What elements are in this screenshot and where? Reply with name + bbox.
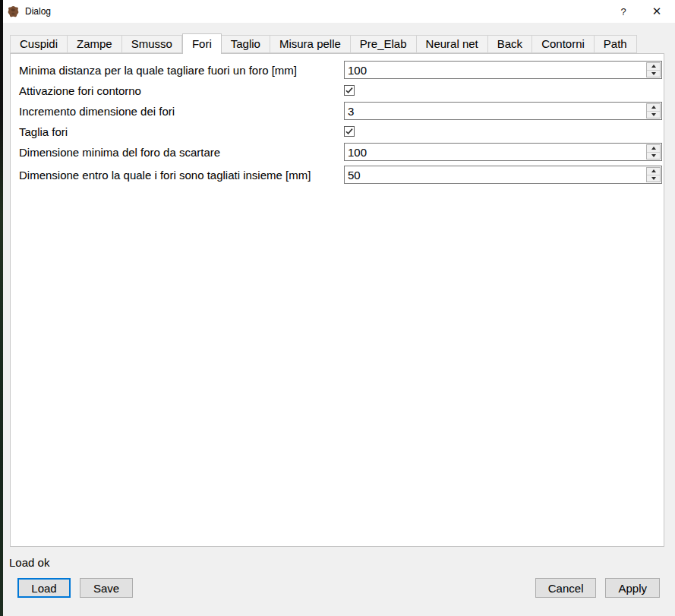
form-label: Dimensione entro la quale i fori sono ta… bbox=[19, 169, 341, 182]
fori-form: Minima distanza per la quale tagliare fu… bbox=[19, 61, 658, 184]
tab-fori[interactable]: Fori bbox=[182, 33, 222, 54]
checkbox-checked[interactable] bbox=[344, 126, 355, 137]
window-title: Dialog bbox=[25, 6, 51, 17]
spinbox-input[interactable] bbox=[345, 166, 645, 183]
form-label: Dimensione minima del foro da scartare bbox=[19, 146, 341, 159]
status-text: Load ok bbox=[9, 556, 675, 569]
tab-path[interactable]: Path bbox=[595, 35, 637, 53]
spin-buttons bbox=[646, 103, 661, 118]
tab-pre-elab[interactable]: Pre_Elab bbox=[351, 35, 417, 53]
dialog-window: Dialog ? ✕ CuspidiZampeSmussoForiTaglioM… bbox=[3, 0, 675, 616]
tab-smusso[interactable]: Smusso bbox=[122, 35, 182, 53]
spin-down-icon[interactable] bbox=[647, 153, 660, 160]
form-field bbox=[344, 143, 662, 161]
tab-zampe[interactable]: Zampe bbox=[68, 35, 122, 53]
form-field bbox=[344, 125, 662, 138]
spin-up-icon[interactable] bbox=[647, 168, 660, 175]
form-label: Incremento dimensione dei fori bbox=[19, 105, 341, 118]
close-button[interactable]: ✕ bbox=[640, 0, 673, 23]
tab-contorni[interactable]: Contorni bbox=[532, 35, 595, 53]
tab-neural-net[interactable]: Neural net bbox=[417, 35, 488, 53]
tab-taglio[interactable]: Taglio bbox=[222, 35, 270, 53]
cancel-button[interactable]: Cancel bbox=[535, 578, 597, 598]
tab-bar: CuspidiZampeSmussoForiTaglioMisura pelle… bbox=[10, 33, 664, 53]
form-field bbox=[344, 84, 662, 97]
titlebar[interactable]: Dialog ? ✕ bbox=[3, 0, 675, 23]
form-label: Attivazione fori contorno bbox=[19, 84, 341, 97]
spinbox-input[interactable] bbox=[345, 144, 645, 160]
desktop-edge bbox=[0, 0, 3, 616]
checkbox-checked[interactable] bbox=[344, 85, 355, 96]
spin-down-icon[interactable] bbox=[647, 112, 660, 118]
spin-down-icon[interactable] bbox=[647, 175, 660, 182]
spinbox[interactable] bbox=[344, 143, 662, 161]
form-label: Minima distanza per la quale tagliare fu… bbox=[19, 64, 341, 77]
footer-button-row: Load Save Cancel Apply bbox=[17, 578, 660, 598]
help-button[interactable]: ? bbox=[607, 0, 640, 23]
spinbox[interactable] bbox=[344, 102, 662, 120]
spin-up-icon[interactable] bbox=[647, 104, 660, 112]
form-field bbox=[344, 102, 662, 120]
spinbox-input[interactable] bbox=[345, 103, 645, 119]
load-button[interactable]: Load bbox=[17, 578, 71, 598]
form-field bbox=[344, 166, 662, 184]
spin-buttons bbox=[646, 167, 661, 182]
tab-back[interactable]: Back bbox=[488, 35, 532, 53]
leather-hide-icon bbox=[7, 5, 20, 18]
spin-up-icon[interactable] bbox=[647, 145, 660, 153]
spin-buttons bbox=[646, 62, 661, 77]
tab-misura-pelle[interactable]: Misura pelle bbox=[270, 35, 351, 53]
spin-up-icon[interactable] bbox=[647, 63, 660, 71]
apply-button[interactable]: Apply bbox=[605, 578, 660, 598]
spinbox[interactable] bbox=[344, 61, 662, 79]
form-label: Taglia fori bbox=[19, 125, 341, 138]
spinbox[interactable] bbox=[344, 166, 662, 184]
tab-cuspidi[interactable]: Cuspidi bbox=[10, 35, 68, 53]
save-button[interactable]: Save bbox=[80, 578, 133, 598]
spin-down-icon[interactable] bbox=[647, 71, 660, 77]
form-field bbox=[344, 61, 662, 79]
tab-panel-fori: Minima distanza per la quale tagliare fu… bbox=[10, 53, 664, 547]
spin-buttons bbox=[646, 144, 661, 160]
spinbox-input[interactable] bbox=[345, 62, 645, 78]
